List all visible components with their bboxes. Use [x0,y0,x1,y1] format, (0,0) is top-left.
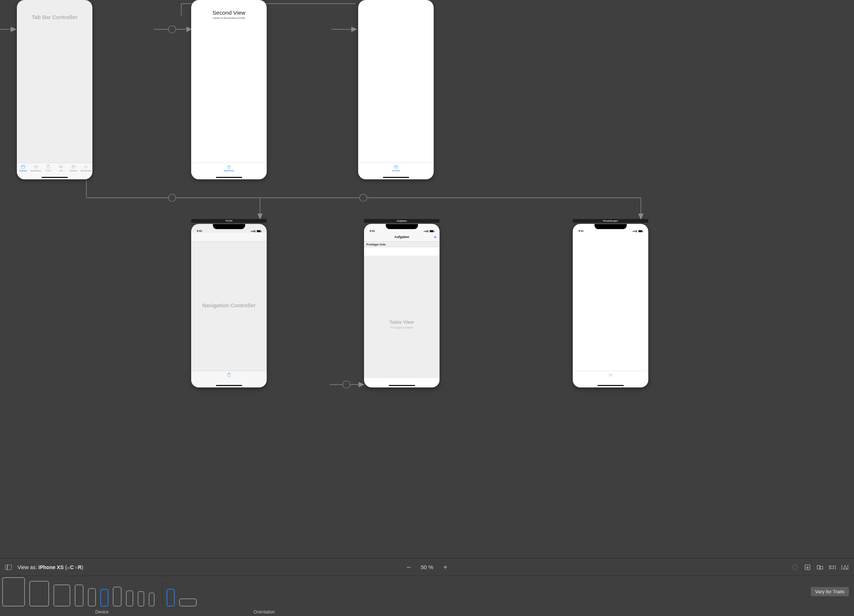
tabbar-title: Tab Bar Controller [17,14,92,20]
orientation-landscape[interactable] [179,598,197,607]
device-name: iPhone XS [38,564,64,570]
device-iphone-xr[interactable] [88,588,96,607]
phone-aufgaben[interactable]: 9:41 Aufgaben + Prototype Cells Table Vi… [364,224,439,387]
svg-rect-32 [817,566,820,569]
calendar-icon [20,165,26,169]
phone-nav[interactable]: 9:41 Navigation Controller [191,224,267,387]
device-ipad-12[interactable] [2,577,25,607]
basket-icon [226,165,232,169]
scene-aufgaben[interactable]: Aufgaben 9:41 Aufgaben + Prototype Cells… [364,219,439,387]
device-iphone-4s[interactable] [149,593,154,607]
tab-label: Einstellungen [81,169,92,172]
home-indicator [383,177,409,178]
scene-einstellungen[interactable]: Einstellungen 9:41 [573,219,648,387]
home-indicator [216,177,242,178]
storyboard-canvas[interactable]: Tab Bar Controller Kalender Einkaufslist… [0,0,854,554]
status-time: 9:41 [578,229,583,232]
euro-icon: € [71,165,76,169]
prototype-cells-header: Prototype Cells [364,242,439,247]
zoom-in-button[interactable]: + [441,564,449,571]
tab-label: Einkaufsliste [224,169,234,172]
device-iphone-plus[interactable] [113,587,122,607]
tab-label: TO DO [46,169,51,172]
scene-second-view[interactable]: Second View Loaded by SecondViewControll… [191,0,267,180]
battery-icon [638,230,643,232]
svg-text:€: € [73,166,74,168]
vary-for-traits-button[interactable]: Vary for Traits [811,587,849,596]
euro-icon: € [393,165,398,169]
tab-kalender[interactable]: Kalender [17,163,29,180]
svg-rect-35 [831,566,834,569]
placeholder-text: Tab Bar Controller [17,14,92,20]
svg-point-21 [61,166,63,168]
resolve-issues-icon[interactable] [841,563,849,571]
status-time: 9:41 [197,229,202,232]
gear-icon [84,165,88,169]
zoom-out-button[interactable]: − [405,564,413,571]
svg-point-24 [86,166,87,168]
orientation-group [167,589,200,614]
orientation-portrait[interactable] [167,589,175,607]
orientation-group-label: Orientation [253,609,275,614]
trait-h-prefix: h [75,566,77,570]
canvas-tools [791,563,849,571]
notch [213,224,245,229]
zoom-level: 50 % [421,564,433,570]
table-view-subtitle: Prototype Content [364,326,439,329]
nav-bar: Aufgaben + [364,233,439,241]
device-iphone-max[interactable] [75,584,84,607]
battery-icon [257,230,261,232]
tab-label: Schulden [70,169,77,172]
tab-einstellungen[interactable]: Einstellungen [80,163,92,180]
scene-title[interactable]: Aufgaben [364,219,439,223]
phone-second[interactable]: Second View Loaded by SecondViewControll… [191,0,267,180]
second-view-content: Second View Loaded by SecondViewControll… [191,9,267,19]
device-ipad-9[interactable] [53,584,70,607]
scene-schulden[interactable]: € Schulden [358,0,434,180]
basket-icon [33,165,38,169]
phone-schulden[interactable]: € Schulden [358,0,434,180]
panel-toggle-icon[interactable] [5,565,12,570]
device-ipad-11[interactable] [29,581,49,607]
notch [386,224,418,229]
svg-point-10 [168,194,176,201]
scene-title[interactable]: TO DO [191,219,267,223]
scene-title[interactable]: Einstellungen [573,219,648,223]
gear-icon [608,373,613,377]
view-as-label[interactable]: View as: iPhone XS (wC hR) [18,564,83,570]
tab-label: Einkaufsliste [31,169,41,172]
nav-title: Aufgaben [394,235,409,239]
phone-tabbar[interactable]: Tab Bar Controller Kalender Einkaufslist… [17,0,92,180]
svg-point-11 [360,194,367,201]
update-frames-icon[interactable] [791,563,799,571]
second-view-title: Second View [191,9,267,16]
zoom-control: − 50 % + [405,564,449,571]
status-time: 9:41 [369,229,375,232]
clipboard-icon [46,165,51,169]
svg-rect-33 [820,566,823,569]
clipboard-icon [226,373,232,377]
tab-einkauf[interactable]: Einkaufsliste [29,163,42,180]
device-iphone-se[interactable] [138,591,144,607]
add-button[interactable]: + [434,233,436,241]
scene-tabbar-controller[interactable]: Tab Bar Controller Kalender Einkaufslist… [17,0,92,180]
pin-icon[interactable] [828,563,836,571]
device-iphone-xs[interactable] [100,589,108,607]
scene-navigation-controller[interactable]: TO DO 9:41 Navigation Controller [191,219,267,387]
phone-einstellungen[interactable]: 9:41 [573,224,648,387]
home-indicator [389,385,415,386]
group-divider [162,581,162,604]
home-indicator [597,385,624,386]
align-icon[interactable] [816,563,824,571]
tab-label: Kalender [20,169,27,172]
embed-in-icon[interactable] [804,563,811,571]
prototype-cell[interactable] [364,247,439,256]
svg-rect-14 [21,166,25,168]
home-indicator [216,385,242,386]
battery-icon [430,230,434,232]
table-view-body[interactable]: Table View Prototype Content [364,256,439,378]
device-bar: View as: iPhone XS (wC hR) − 50 % + [0,558,854,576]
device-iphone-8[interactable] [126,590,133,607]
tab-schulden[interactable]: € Schulden [67,163,80,180]
view-as-prefix: View as: [18,564,38,570]
